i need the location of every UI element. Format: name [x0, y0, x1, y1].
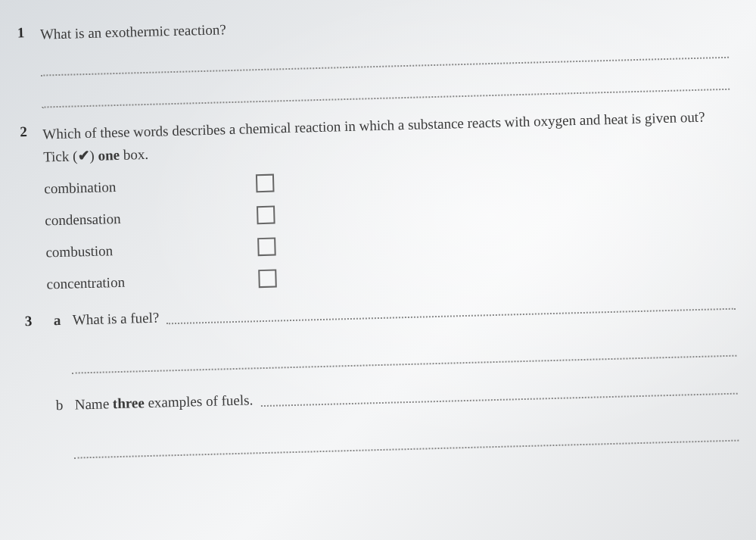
question-2-options: combination condensation combustion conc… [44, 162, 735, 294]
option-label-condensation: condensation [45, 207, 257, 229]
question-1-number: 1 [17, 24, 41, 42]
q2-text-part3: box. [120, 146, 149, 163]
question-1: 1 What is an exothermic reaction? [17, 6, 730, 108]
question-3-number: 3 [25, 313, 48, 330]
option-label-combination: combination [44, 175, 256, 197]
question-3b-answer-line-2[interactable] [73, 415, 739, 459]
checkbox-combustion[interactable] [257, 238, 276, 257]
option-label-combustion: combustion [45, 239, 257, 261]
question-3a-letter: a [54, 312, 73, 329]
q3b-bold: three [113, 395, 145, 411]
checkbox-concentration[interactable] [258, 270, 277, 289]
checkbox-combination[interactable] [256, 174, 275, 193]
question-2-number: 2 [20, 123, 43, 140]
option-combustion: combustion [45, 226, 733, 262]
question-3: 3 a What is a fuel? b Name three example… [25, 295, 739, 460]
question-3b-letter: b [56, 397, 76, 414]
checkbox-condensation[interactable] [257, 206, 275, 225]
question-3a-text: What is a fuel? [73, 310, 160, 329]
question-2: 2 Which of these words describes a chemi… [20, 105, 735, 294]
q3b-text-part2: examples of fuels. [144, 392, 253, 411]
question-3b-text: Name three examples of fuels. [75, 392, 254, 414]
tick-icon: ✔ [77, 148, 90, 164]
q2-bold-word: one [98, 147, 120, 164]
question-1-text: What is an exothermic reaction? [40, 19, 227, 45]
option-concentration: concentration [46, 258, 734, 294]
question-3b-answer-line-inline[interactable] [260, 379, 738, 407]
option-combination: combination [44, 162, 732, 198]
question-3a-answer-line-2[interactable] [71, 330, 737, 374]
q3b-text-part1: Name [75, 396, 114, 413]
option-label-concentration: concentration [46, 270, 258, 292]
question-2-text: Which of these words describes a chemica… [42, 105, 731, 169]
option-condensation: condensation [45, 194, 733, 230]
question-3a-answer-line-inline[interactable] [166, 295, 736, 325]
